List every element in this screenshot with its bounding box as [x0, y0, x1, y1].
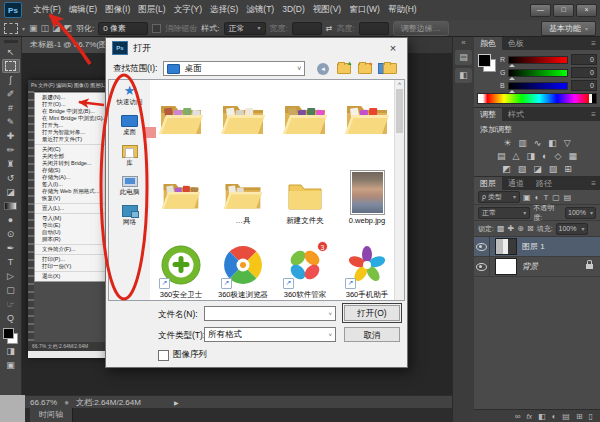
add-to-selection-icon[interactable]: ◫	[41, 23, 50, 33]
current-tool-icon[interactable]	[4, 23, 18, 34]
crop-tool[interactable]: #	[2, 101, 20, 115]
file-item-folder-open[interactable]	[150, 154, 212, 228]
opacity-input[interactable]: 100%▾	[565, 207, 596, 219]
hue-saturation-icon[interactable]: ▤	[497, 151, 506, 161]
tool-preset-caret-icon[interactable]: ▾	[22, 25, 25, 32]
type-tool[interactable]: T	[2, 255, 20, 269]
menu-item-0[interactable]: 文件(F)	[29, 4, 65, 16]
file-item-360极速浏览器[interactable]: ↗ 360极速浏览器	[212, 228, 274, 300]
levels-icon[interactable]: ▥	[518, 138, 527, 148]
file-item-folder-open[interactable]	[150, 80, 212, 154]
status-expand-icon[interactable]: ▶	[174, 399, 179, 406]
menu-item-1[interactable]: 编辑(E)	[65, 4, 101, 16]
fill-input[interactable]: 100%▾	[556, 223, 588, 235]
color-tab-1[interactable]: 色板	[502, 37, 530, 50]
height-input[interactable]	[359, 22, 389, 35]
dialog-close-button[interactable]: ×	[385, 42, 401, 54]
file-type-select[interactable]: 所有格式˅	[204, 327, 336, 342]
antialias-checkbox[interactable]	[152, 24, 161, 33]
open-button[interactable]: 打开(O)	[344, 305, 400, 321]
sidebar-item-desktop[interactable]: 桌面	[121, 115, 138, 137]
sidebar-item-library[interactable]: 库	[122, 145, 138, 168]
image-sequence-checkbox[interactable]	[158, 350, 169, 361]
photo-filter-icon[interactable]: ◐	[542, 151, 547, 161]
menu-item-10[interactable]: 帮助(H)	[384, 4, 421, 16]
layers-tab-2[interactable]: 路径	[530, 177, 558, 190]
channel-value-R[interactable]: 0	[571, 54, 597, 65]
invert-icon[interactable]: ◩	[502, 164, 511, 174]
file-list-scrollbar[interactable]: ˄	[394, 80, 404, 300]
close-button[interactable]: ×	[576, 4, 597, 17]
threshold-icon[interactable]: ◪	[533, 164, 542, 174]
layer-group-icon[interactable]: ▤	[562, 412, 570, 421]
menu-item-4[interactable]: 文字(Y)	[170, 4, 206, 16]
filter-type-icon[interactable]: T	[543, 193, 548, 202]
foreground-color-swatch[interactable]	[3, 328, 14, 339]
blend-mode-select[interactable]: 正常▾	[478, 207, 530, 219]
sidebar-item-this-pc[interactable]: 此电脑	[120, 176, 140, 197]
sidebar-item-star[interactable]: ★ 快速访问	[117, 85, 143, 107]
timeline-tab[interactable]: 时间轴	[30, 408, 73, 422]
hand-tool[interactable]: ☞	[2, 297, 20, 311]
filter-shape-icon[interactable]: ▢	[552, 193, 560, 202]
file-item-360软件管家[interactable]: ↗ 3 360软件管家	[274, 228, 336, 300]
layer-styles-icon[interactable]: fx	[526, 413, 531, 420]
subtract-from-selection-icon[interactable]: ◪	[52, 23, 61, 33]
black-white-icon[interactable]: ◨	[527, 151, 536, 161]
file-name-input[interactable]: ˅	[204, 306, 336, 321]
zoom-level[interactable]: 66.67%	[30, 398, 57, 407]
new-folder-button[interactable]: ✶	[357, 62, 372, 75]
menu-item-3[interactable]: 图层(L)	[134, 4, 169, 16]
menu-item-7[interactable]: 3D(D)	[278, 4, 309, 16]
lasso-tool[interactable]: ʃ	[2, 73, 20, 87]
exposure-icon[interactable]: ◧	[548, 138, 557, 148]
quick-mask-icon[interactable]: ◨	[2, 344, 20, 358]
file-item-folder-open[interactable]	[212, 80, 274, 154]
lock-all-icon[interactable]: ⊠	[527, 224, 534, 233]
layer-thumbnail[interactable]	[495, 258, 517, 275]
workspace-switcher-button[interactable]: 基本功能▾	[541, 21, 596, 36]
channel-slider-G[interactable]	[508, 69, 568, 77]
adjustments-tab-0[interactable]: 调整	[474, 108, 502, 121]
layers-tab-1[interactable]: 通道	[502, 177, 530, 190]
delete-layer-icon[interactable]: ▯	[589, 412, 593, 421]
gradient-tool[interactable]	[2, 199, 20, 213]
layer-row-0[interactable]: 图层 1	[474, 237, 600, 257]
color-swatches[interactable]	[2, 328, 19, 344]
posterize-icon[interactable]: ▧	[518, 164, 527, 174]
zoom-tool[interactable]: Q	[2, 311, 20, 325]
channel-value-G[interactable]: 0	[571, 67, 597, 78]
link-layers-icon[interactable]: ∞	[515, 412, 521, 421]
move-tool[interactable]: ↖	[2, 45, 20, 59]
file-item-360安全卫士[interactable]: ↗ 360安全卫士	[150, 228, 212, 300]
layer-row-1[interactable]: 背景	[474, 257, 600, 277]
pen-tool[interactable]: ✒	[2, 241, 20, 255]
panel-foreground-swatch[interactable]	[478, 54, 491, 67]
vibrance-icon[interactable]: ▽	[564, 138, 571, 148]
filter-pixel-icon[interactable]: ▣	[523, 193, 531, 202]
brightness-contrast-icon[interactable]: ☀	[503, 138, 511, 148]
blur-tool[interactable]: ●	[2, 213, 20, 227]
look-in-select[interactable]: 桌面 ˅	[163, 61, 305, 76]
feather-input[interactable]: 0 像素	[98, 22, 148, 35]
visibility-toggle[interactable]	[474, 257, 490, 276]
layers-tab-0[interactable]: 图层	[474, 177, 502, 190]
file-list[interactable]: …具 新建文件夹 0.webp.jpg ↗ 360安全卫士	[150, 80, 404, 300]
color-lookup-icon[interactable]: ▦	[568, 151, 577, 161]
rectangle-tool[interactable]: ▢	[2, 283, 20, 297]
scrollbar-thumb[interactable]	[396, 89, 403, 133]
quick-selection-tool[interactable]: ✐	[2, 87, 20, 101]
menu-item-8[interactable]: 视图(V)	[309, 4, 345, 16]
dodge-tool[interactable]: ⊙	[2, 227, 20, 241]
new-selection-icon[interactable]: ▣	[29, 23, 38, 33]
path-selection-tool[interactable]: ▷	[2, 269, 20, 283]
layer-thumbnail[interactable]	[495, 238, 517, 255]
sidebar-item-network[interactable]: 网络	[122, 205, 138, 227]
minimize-button[interactable]: —	[530, 4, 551, 17]
expand-panels-icon[interactable]: «	[461, 39, 465, 47]
image-sequence-option[interactable]: 图像序列	[158, 349, 207, 361]
panel-color-swatches[interactable]	[478, 54, 496, 72]
adjustment-layer-icon[interactable]: ◐	[551, 412, 556, 421]
eraser-tool[interactable]: ◪	[2, 185, 20, 199]
file-item-360手机助手[interactable]: ↗ 360手机助手	[336, 228, 398, 300]
